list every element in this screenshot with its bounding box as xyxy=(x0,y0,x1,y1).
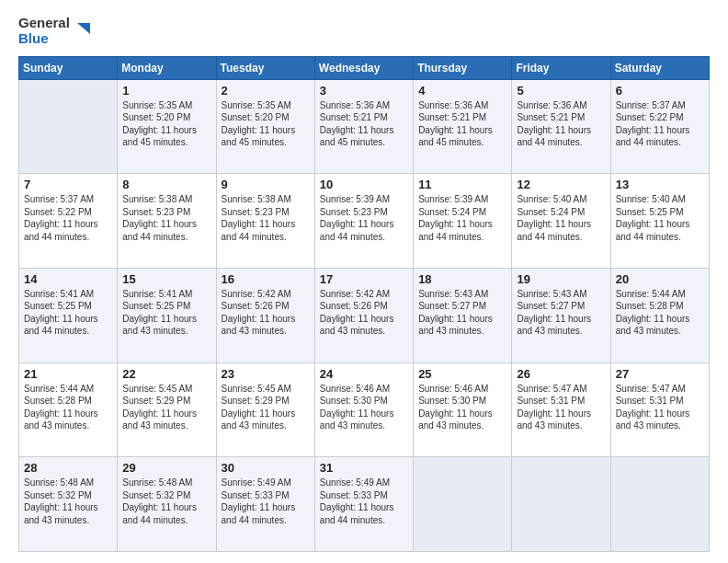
sunset-line: Sunset: 5:28 PM xyxy=(24,395,112,408)
sunset-line: Sunset: 5:23 PM xyxy=(222,206,310,219)
col-header-monday: Monday xyxy=(118,56,216,79)
daylight-line: Daylight: 11 hours and 43 minutes. xyxy=(517,408,605,432)
daylight-line: Daylight: 11 hours and 45 minutes. xyxy=(222,124,310,149)
table-row: 4 Sunrise: 5:36 AM Sunset: 5:21 PM Dayli… xyxy=(414,79,512,174)
sunset-line: Sunset: 5:27 PM xyxy=(517,300,605,313)
sunset-line: Sunset: 5:30 PM xyxy=(320,395,408,408)
daylight-line: Daylight: 11 hours and 44 minutes. xyxy=(517,218,605,243)
sunset-line: Sunset: 5:32 PM xyxy=(24,489,112,502)
day-number: 23 xyxy=(222,367,310,381)
sunrise-line: Sunrise: 5:48 AM xyxy=(122,477,210,489)
sunrise-line: Sunrise: 5:47 AM xyxy=(616,383,704,396)
sunset-line: Sunset: 5:21 PM xyxy=(418,111,506,124)
day-number: 25 xyxy=(418,367,506,381)
day-number: 21 xyxy=(24,367,112,381)
table-row: 14 Sunrise: 5:41 AM Sunset: 5:25 PM Dayl… xyxy=(19,268,118,362)
day-number: 5 xyxy=(517,84,605,98)
sunrise-line: Sunrise: 5:45 AM xyxy=(122,383,210,396)
sunset-line: Sunset: 5:21 PM xyxy=(517,111,605,124)
sunset-line: Sunset: 5:23 PM xyxy=(122,206,210,219)
sunrise-line: Sunrise: 5:41 AM xyxy=(122,288,210,301)
daylight-line: Daylight: 11 hours and 44 minutes. xyxy=(122,501,210,526)
daylight-line: Daylight: 11 hours and 44 minutes. xyxy=(320,218,408,243)
col-header-sunday: Sunday xyxy=(19,56,118,79)
daylight-line: Daylight: 11 hours and 44 minutes. xyxy=(222,218,310,243)
sunrise-line: Sunrise: 5:47 AM xyxy=(517,383,605,396)
table-row: 8 Sunrise: 5:38 AM Sunset: 5:23 PM Dayli… xyxy=(118,174,216,269)
day-number: 24 xyxy=(320,367,408,381)
daylight-line: Daylight: 11 hours and 43 minutes. xyxy=(616,408,704,432)
daylight-line: Daylight: 11 hours and 43 minutes. xyxy=(222,313,310,338)
day-number: 30 xyxy=(222,461,310,475)
sunrise-line: Sunrise: 5:45 AM xyxy=(222,383,310,396)
col-header-thursday: Thursday xyxy=(414,56,512,79)
daylight-line: Daylight: 11 hours and 44 minutes. xyxy=(320,501,408,526)
table-row: 17 Sunrise: 5:42 AM Sunset: 5:26 PM Dayl… xyxy=(314,268,413,362)
day-number: 20 xyxy=(616,272,704,286)
daylight-line: Daylight: 11 hours and 44 minutes. xyxy=(616,218,704,243)
table-row: 20 Sunrise: 5:44 AM Sunset: 5:28 PM Dayl… xyxy=(610,268,709,362)
sunrise-line: Sunrise: 5:36 AM xyxy=(418,99,506,112)
table-row: 30 Sunrise: 5:49 AM Sunset: 5:33 PM Dayl… xyxy=(216,457,314,552)
sunset-line: Sunset: 5:24 PM xyxy=(418,206,506,219)
calendar-table: SundayMondayTuesdayWednesdayThursdayFrid… xyxy=(18,56,710,553)
col-header-saturday: Saturday xyxy=(610,56,709,79)
day-number: 11 xyxy=(418,178,506,191)
table-row: 29 Sunrise: 5:48 AM Sunset: 5:32 PM Dayl… xyxy=(118,457,216,552)
table-row: 5 Sunrise: 5:36 AM Sunset: 5:21 PM Dayli… xyxy=(512,79,610,174)
header: General Blue xyxy=(18,15,710,47)
daylight-line: Daylight: 11 hours and 44 minutes. xyxy=(122,218,210,243)
daylight-line: Daylight: 11 hours and 43 minutes. xyxy=(24,501,112,526)
table-row: 24 Sunrise: 5:46 AM Sunset: 5:30 PM Dayl… xyxy=(314,362,413,457)
sunrise-line: Sunrise: 5:44 AM xyxy=(616,288,704,301)
sunset-line: Sunset: 5:31 PM xyxy=(517,395,605,408)
sunset-line: Sunset: 5:26 PM xyxy=(320,300,408,313)
day-number: 26 xyxy=(517,367,605,381)
daylight-line: Daylight: 11 hours and 43 minutes. xyxy=(418,408,506,432)
table-row: 13 Sunrise: 5:40 AM Sunset: 5:25 PM Dayl… xyxy=(610,174,709,269)
sunrise-line: Sunrise: 5:36 AM xyxy=(320,99,408,112)
table-row: 26 Sunrise: 5:47 AM Sunset: 5:31 PM Dayl… xyxy=(512,362,610,457)
sunset-line: Sunset: 5:29 PM xyxy=(122,395,210,408)
table-row: 15 Sunrise: 5:41 AM Sunset: 5:25 PM Dayl… xyxy=(118,268,216,362)
table-row: 23 Sunrise: 5:45 AM Sunset: 5:29 PM Dayl… xyxy=(216,362,314,457)
daylight-line: Daylight: 11 hours and 44 minutes. xyxy=(24,313,112,338)
daylight-line: Daylight: 11 hours and 43 minutes. xyxy=(616,313,704,338)
sunset-line: Sunset: 5:27 PM xyxy=(418,300,506,313)
logo-icon xyxy=(74,21,90,40)
sunrise-line: Sunrise: 5:43 AM xyxy=(517,288,605,301)
sunset-line: Sunset: 5:33 PM xyxy=(320,489,408,502)
daylight-line: Daylight: 11 hours and 45 minutes. xyxy=(418,124,506,149)
page: General Blue SundayMondayTuesdayWednesda… xyxy=(0,0,728,563)
table-row: 19 Sunrise: 5:43 AM Sunset: 5:27 PM Dayl… xyxy=(512,268,610,362)
sunrise-line: Sunrise: 5:37 AM xyxy=(616,99,704,112)
sunrise-line: Sunrise: 5:38 AM xyxy=(122,193,210,206)
day-number: 14 xyxy=(24,272,112,286)
table-row: 31 Sunrise: 5:49 AM Sunset: 5:33 PM Dayl… xyxy=(314,457,413,552)
sunrise-line: Sunrise: 5:39 AM xyxy=(418,193,506,206)
daylight-line: Daylight: 11 hours and 45 minutes. xyxy=(320,124,408,149)
table-row: 12 Sunrise: 5:40 AM Sunset: 5:24 PM Dayl… xyxy=(512,174,610,269)
sunset-line: Sunset: 5:25 PM xyxy=(122,300,210,313)
day-number: 18 xyxy=(418,272,506,286)
daylight-line: Daylight: 11 hours and 43 minutes. xyxy=(222,408,310,432)
daylight-line: Daylight: 11 hours and 45 minutes. xyxy=(122,124,210,149)
sunrise-line: Sunrise: 5:43 AM xyxy=(418,288,506,301)
sunset-line: Sunset: 5:21 PM xyxy=(320,111,408,124)
table-row: 1 Sunrise: 5:35 AM Sunset: 5:20 PM Dayli… xyxy=(118,79,216,174)
sunset-line: Sunset: 5:22 PM xyxy=(616,111,704,124)
table-row: 18 Sunrise: 5:43 AM Sunset: 5:27 PM Dayl… xyxy=(414,268,512,362)
sunset-line: Sunset: 5:32 PM xyxy=(122,489,210,502)
day-number: 16 xyxy=(222,272,310,286)
sunset-line: Sunset: 5:22 PM xyxy=(24,206,112,219)
table-row: 28 Sunrise: 5:48 AM Sunset: 5:32 PM Dayl… xyxy=(19,457,118,552)
daylight-line: Daylight: 11 hours and 44 minutes. xyxy=(616,124,704,149)
day-number: 29 xyxy=(122,461,210,475)
day-number: 9 xyxy=(222,178,310,191)
sunset-line: Sunset: 5:25 PM xyxy=(24,300,112,313)
day-number: 6 xyxy=(616,84,704,98)
sunrise-line: Sunrise: 5:37 AM xyxy=(24,193,112,206)
sunrise-line: Sunrise: 5:38 AM xyxy=(222,193,310,206)
sunset-line: Sunset: 5:24 PM xyxy=(517,206,605,219)
daylight-line: Daylight: 11 hours and 44 minutes. xyxy=(418,218,506,243)
